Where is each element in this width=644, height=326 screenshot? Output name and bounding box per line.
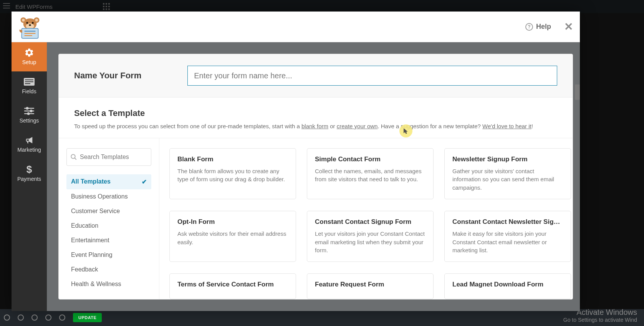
help-label: Help [536,23,551,31]
create-own-link[interactable]: create your own [337,123,378,129]
category-list: All Templates✔ Business Operations Custo… [66,174,151,291]
wp-bottom-bar: UPDATE [0,309,644,326]
category-entertainment[interactable]: Entertainment [66,233,151,248]
svg-rect-15 [25,81,33,82]
bullhorn-icon [24,136,35,144]
fields-icon [24,78,35,86]
svg-rect-14 [25,79,33,80]
nav-label: Marketing [17,147,41,153]
category-all-templates[interactable]: All Templates✔ [66,174,151,189]
form-name-section: Name Your Form [59,54,573,98]
template-card-blank-form[interactable]: Blank FormThe blank form allows you to c… [169,148,296,199]
check-icon: ✔ [142,178,147,185]
builder-workspace: Name Your Form Select a Template To spee… [47,42,580,311]
sliders-icon [24,107,35,115]
blank-form-link[interactable]: blank form [301,123,328,129]
template-search-input[interactable] [66,148,151,166]
template-desc: To speed up the process you can select f… [74,122,557,131]
nav-fields[interactable]: Fields [12,71,47,101]
wpforms-logo-icon [16,15,44,39]
svg-line-24 [74,158,76,160]
category-customer-service[interactable]: Customer Service [66,204,151,218]
svg-point-4 [35,18,38,21]
svg-point-6 [26,22,28,24]
template-card-terms-of-service[interactable]: Terms of Service Contact Form [169,273,296,299]
template-card-lead-magnet-download[interactable]: Lead Magnet Download Form [444,273,571,299]
template-sidebar: All Templates✔ Business Operations Custo… [59,138,159,300]
builder-nav: Setup Fields Settings Marketing [12,42,47,311]
nav-label: Fields [22,88,36,94]
template-card-feature-request[interactable]: Feature Request Form [307,273,434,299]
update-button[interactable]: UPDATE [73,313,102,322]
template-header: Select a Template To speed up the proces… [59,98,573,138]
category-education[interactable]: Education [66,218,151,233]
svg-point-22 [28,113,30,115]
wpforms-builder: ? Help ✕ Setup Fields [12,12,580,311]
form-name-input[interactable] [187,66,557,86]
nav-settings[interactable]: Settings [12,101,47,130]
dollar-icon: $ [24,165,35,174]
category-event-planning[interactable]: Event Planning [66,248,151,262]
template-card-constant-contact-signup[interactable]: Constant Contact Signup FormLet your vis… [307,211,434,262]
template-title: Select a Template [74,108,557,118]
nav-label: Settings [20,117,39,124]
svg-rect-16 [25,83,30,84]
gear-icon [24,48,35,57]
category-feedback[interactable]: Feedback [66,262,151,277]
help-button[interactable]: ? Help [525,23,551,31]
svg-point-20 [30,110,32,112]
svg-point-3 [22,18,25,21]
template-card-newsletter-signup[interactable]: Newsletter Signup FormGather your site v… [444,148,571,199]
nav-label: Payments [17,176,41,182]
close-button[interactable]: ✕ [564,22,573,32]
template-card-simple-contact[interactable]: Simple Contact FormCollect the names, em… [307,148,434,199]
svg-point-8 [29,24,31,26]
scrollbar-thumb[interactable] [575,84,580,100]
category-business-operations[interactable]: Business Operations [66,189,151,204]
category-health-wellness[interactable]: Health & Wellness [66,277,151,291]
builder-header: ? Help ✕ [12,12,580,42]
form-name-label: Name Your Form [74,71,141,81]
template-card-constant-contact-newsletter[interactable]: Constant Contact Newsletter Sign...Make … [444,211,571,262]
suggest-link[interactable]: We'd love to hear it [482,123,531,129]
svg-point-7 [32,22,34,24]
help-icon: ? [525,23,533,31]
svg-point-23 [71,154,75,159]
svg-point-18 [26,108,28,109]
nav-label: Setup [22,59,36,65]
nav-setup[interactable]: Setup [12,42,47,71]
nav-payments[interactable]: $ Payments [12,159,47,188]
template-grid: Blank FormThe blank form allows you to c… [159,138,573,300]
setup-panel: Name Your Form Select a Template To spee… [58,54,573,300]
template-card-opt-in[interactable]: Opt-In FormAsk website visitors for thei… [169,211,296,262]
nav-marketing[interactable]: Marketing [12,130,47,159]
search-icon [70,154,77,162]
